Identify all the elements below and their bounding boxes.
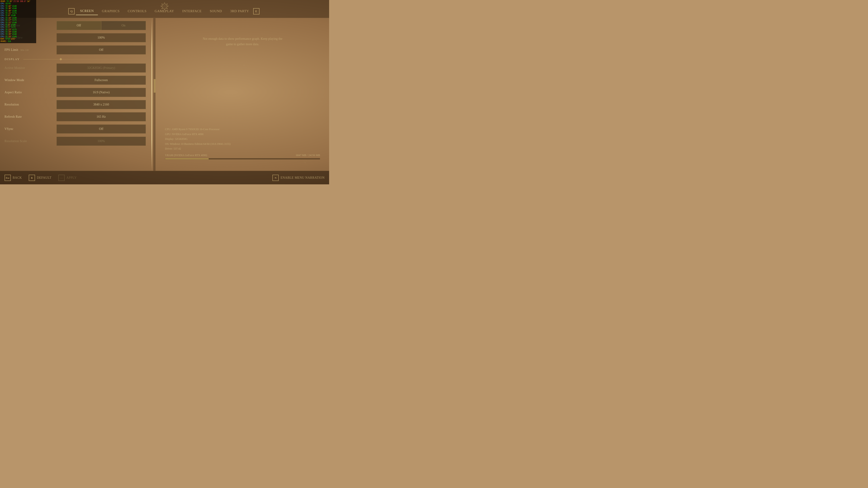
vram-usage: 6847 MB / 24156 MB bbox=[296, 154, 320, 157]
main-content: Color Filter Off On Field of View 100% F… bbox=[0, 18, 329, 171]
vsync-value[interactable]: Off bbox=[57, 125, 146, 133]
window-mode-row: Window Mode Fullscreen bbox=[4, 75, 146, 86]
tab-screen[interactable]: Screen bbox=[76, 7, 98, 15]
tab-sound[interactable]: Sound bbox=[206, 7, 226, 15]
display-section-header: DISPLAY bbox=[4, 57, 146, 61]
narration-action[interactable]: N Enable Menu Narration bbox=[272, 175, 324, 181]
color-filter-on[interactable]: On bbox=[101, 21, 146, 30]
narration-key: N bbox=[272, 175, 279, 181]
refresh-rate-label: Refresh Rate bbox=[4, 115, 57, 119]
vram-header: VRAM (NVIDIA GeForce RTX 4090) 6847 MB /… bbox=[165, 154, 320, 157]
default-label: Default bbox=[37, 176, 52, 180]
back-key: Esc bbox=[4, 175, 11, 181]
fps-limit-value[interactable]: Off bbox=[57, 45, 146, 55]
nav-right-key[interactable]: E bbox=[253, 8, 259, 14]
color-filter-off[interactable]: Off bbox=[57, 21, 101, 30]
scroll-track[interactable] bbox=[153, 18, 156, 171]
bottom-bar: Esc Back R Default — Apply N Enable Menu… bbox=[0, 171, 329, 184]
tab-graphics[interactable]: Graphics bbox=[98, 7, 124, 15]
fov-value[interactable]: 100% bbox=[57, 33, 146, 42]
performance-message: Not enough data to show performance grap… bbox=[165, 36, 320, 47]
performance-overlay: VRAM:5530°27/30 388.0°34° CPU:43/01 CPU:… bbox=[0, 0, 36, 43]
color-filter-toggle[interactable]: Off On bbox=[57, 21, 146, 30]
display-section-title: DISPLAY bbox=[4, 57, 20, 61]
default-action[interactable]: R Default bbox=[29, 175, 52, 181]
tab-3rdparty[interactable]: 3rd Party bbox=[226, 7, 253, 15]
active-monitor-row: Active Monitor 32GK850G (Primary) bbox=[4, 63, 146, 73]
vram-label: VRAM (NVIDIA GeForce RTX 4090) bbox=[165, 154, 207, 157]
vram-bar-fill bbox=[165, 158, 209, 159]
resolution-value[interactable]: 3840 x 2160 bbox=[57, 100, 146, 109]
sys-driver: Driver: 537.42 bbox=[165, 147, 320, 151]
fps-limit-label: FPS Limit Min 118 bbox=[4, 48, 57, 52]
svg-point-12 bbox=[164, 5, 165, 7]
vram-bar-background bbox=[165, 158, 320, 160]
fps-limit-row: FPS Limit Min 118 Off bbox=[4, 45, 146, 55]
info-panel: Not enough data to show performance grap… bbox=[156, 18, 329, 171]
window-mode-value[interactable]: Fullscreen bbox=[57, 76, 146, 85]
default-key: R bbox=[29, 175, 35, 181]
system-info: CPU: AMD Ryzen 9 7950X3D 16-Core Process… bbox=[165, 127, 320, 160]
narration-label: Enable Menu Narration bbox=[281, 176, 324, 180]
refresh-rate-value[interactable]: 165 Hz bbox=[57, 112, 146, 121]
panel-divider bbox=[151, 18, 152, 171]
sys-os: OS: Windows 10 Business Edition 64-bit (… bbox=[165, 142, 320, 147]
back-label: Back bbox=[13, 176, 22, 180]
resolution-label: Resolution bbox=[4, 103, 57, 106]
nav-bar: Q Screen Graphics Controls Gameplay Inte… bbox=[0, 0, 329, 18]
apply-action: — Apply bbox=[58, 175, 76, 181]
aspect-ratio-label: Aspect Ratio bbox=[4, 91, 57, 94]
tab-controls[interactable]: Controls bbox=[124, 7, 151, 15]
game-logo bbox=[158, 1, 171, 15]
aspect-ratio-value[interactable]: 16:9 (Native) bbox=[57, 88, 146, 97]
back-action[interactable]: Esc Back bbox=[4, 175, 22, 181]
resolution-scale-label: Resolution Scale bbox=[4, 139, 57, 143]
resolution-scale-value: 100% bbox=[57, 137, 146, 146]
active-monitor-label: Active Monitor bbox=[4, 66, 57, 70]
apply-key: — bbox=[58, 175, 65, 181]
resolution-scale-row: Resolution Scale 100% bbox=[4, 136, 146, 147]
bottom-left-actions: Esc Back R Default — Apply bbox=[4, 175, 76, 181]
vsync-row: VSync Off bbox=[4, 124, 146, 134]
window-mode-label: Window Mode bbox=[4, 78, 57, 82]
sys-cpu: CPU: AMD Ryzen 9 7950X3D 16-Core Process… bbox=[165, 127, 320, 132]
nav-left-key[interactable]: Q bbox=[68, 8, 74, 14]
tab-interface[interactable]: Interface bbox=[178, 7, 206, 15]
sys-gpu: GPU: NVIDIA GeForce RTX 4090 bbox=[165, 132, 320, 137]
apply-label: Apply bbox=[66, 176, 76, 180]
scroll-thumb[interactable] bbox=[154, 79, 156, 93]
active-monitor-value: 32GK850G (Primary) bbox=[57, 64, 146, 72]
aspect-ratio-row: Aspect Ratio 16:9 (Native) bbox=[4, 87, 146, 98]
refresh-rate-row: Refresh Rate 165 Hz bbox=[4, 111, 146, 122]
vsync-label: VSync bbox=[4, 127, 57, 131]
resolution-row: Resolution 3840 x 2160 bbox=[4, 99, 146, 110]
sys-display: Display: 32GK850G bbox=[165, 137, 320, 142]
vram-section: VRAM (NVIDIA GeForce RTX 4090) 6847 MB /… bbox=[165, 154, 320, 160]
section-diamond bbox=[60, 58, 62, 60]
